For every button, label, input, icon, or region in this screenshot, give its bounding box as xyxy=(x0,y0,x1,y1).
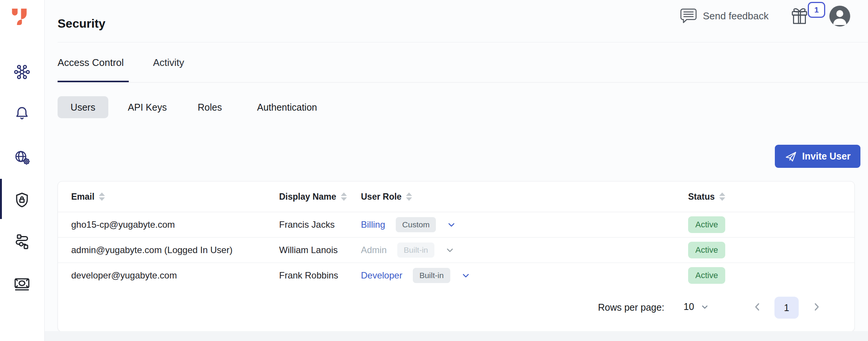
flow-icon xyxy=(13,233,31,251)
cell-display-name: Frank Robbins xyxy=(279,263,338,288)
cell-display-name: William Lanois xyxy=(279,237,338,263)
status-badge: Active xyxy=(688,216,725,233)
sidebar-item-security[interactable] xyxy=(12,190,31,209)
feedback-bubble-icon xyxy=(680,8,697,23)
gift-button[interactable] xyxy=(791,7,808,25)
globe-gear-icon xyxy=(13,148,31,166)
role-link[interactable]: Billing xyxy=(361,219,385,230)
role-type-badge: Built-in xyxy=(397,242,434,258)
users-table-card: Email Display Name User Role Status gho1… xyxy=(58,181,855,332)
cell-status: Active xyxy=(688,263,725,288)
network-icon xyxy=(13,63,31,81)
page-background-strip xyxy=(45,331,868,341)
status-badge: Active xyxy=(688,267,725,284)
sort-icon[interactable] xyxy=(406,192,412,201)
cell-user-role: Billing Custom xyxy=(361,212,456,237)
sort-icon[interactable] xyxy=(99,192,105,201)
invite-user-label: Invite User xyxy=(802,151,851,162)
chevron-down-icon xyxy=(700,302,709,311)
subtab-api-keys[interactable]: API Keys xyxy=(128,96,167,118)
chevron-down-icon[interactable] xyxy=(446,220,456,230)
chevron-down-icon[interactable] xyxy=(445,245,455,255)
sidebar-item-clusters[interactable] xyxy=(12,63,31,81)
column-header-display-name[interactable]: Display Name xyxy=(279,181,347,212)
chevron-left-icon xyxy=(752,301,763,313)
chevron-down-icon[interactable] xyxy=(461,271,471,280)
app-window: Security Send feedback 1 xyxy=(0,0,868,341)
sort-icon[interactable] xyxy=(719,192,725,201)
sidebar-item-usage[interactable] xyxy=(12,274,31,293)
cell-email: developer@yugabyte.com xyxy=(71,263,177,288)
money-icon xyxy=(13,275,31,293)
pagination: Rows per page: 10 1 xyxy=(58,290,854,332)
cell-status: Active xyxy=(688,237,725,263)
gift-icon xyxy=(791,7,808,25)
cell-email: admin@yugabyte.com (Logged In User) xyxy=(71,237,233,263)
rows-per-page-label: Rows per page: xyxy=(598,302,664,313)
current-page-button[interactable]: 1 xyxy=(774,297,799,319)
tab-access-control[interactable]: Access Control xyxy=(58,57,124,69)
invite-user-button[interactable]: Invite User xyxy=(775,145,860,168)
column-label: Status xyxy=(688,192,715,202)
subtab-roles[interactable]: Roles xyxy=(197,96,223,118)
gift-count: 1 xyxy=(814,5,819,14)
sidebar xyxy=(0,0,45,341)
status-badge: Active xyxy=(688,242,725,258)
role-type-badge: Custom xyxy=(396,217,436,232)
subtab-authentication[interactable]: Authentication xyxy=(253,96,321,118)
column-header-email[interactable]: Email xyxy=(71,181,105,212)
yugabyte-logo-icon[interactable] xyxy=(11,6,28,25)
sort-icon[interactable] xyxy=(341,192,347,201)
person-icon xyxy=(829,6,850,27)
subtab-users[interactable]: Users xyxy=(58,96,108,118)
cell-status: Active xyxy=(688,212,725,237)
cell-display-name: Francis Jacks xyxy=(279,212,335,237)
column-header-status[interactable]: Status xyxy=(688,181,725,212)
rows-per-page-select[interactable]: 10 xyxy=(684,301,709,312)
table-row: gho15-cp@yugabyte.com Francis Jacks Bill… xyxy=(58,212,854,238)
send-feedback-button[interactable]: Send feedback xyxy=(680,8,768,23)
shield-lock-icon xyxy=(13,191,31,209)
sidebar-item-alerts[interactable] xyxy=(12,103,31,122)
paper-plane-icon xyxy=(785,150,797,163)
column-header-user-role[interactable]: User Role xyxy=(361,181,412,212)
chevron-right-icon xyxy=(811,301,822,313)
role-type-badge: Built-in xyxy=(413,268,450,283)
table-row: admin@yugabyte.com (Logged In User) Will… xyxy=(58,237,854,263)
page-title: Security xyxy=(58,17,105,31)
column-label: Email xyxy=(71,192,94,202)
cell-user-role: Developer Built-in xyxy=(361,263,471,288)
previous-page-button[interactable] xyxy=(752,301,763,314)
tabs-divider xyxy=(58,82,868,83)
gift-count-badge: 1 xyxy=(808,2,825,18)
cell-email: gho15-cp@yugabyte.com xyxy=(71,212,175,237)
header-divider xyxy=(58,42,868,42)
sidebar-item-network[interactable] xyxy=(12,148,31,167)
bell-icon xyxy=(13,104,31,122)
user-avatar[interactable] xyxy=(829,6,850,27)
column-label: Display Name xyxy=(279,192,336,202)
table-header-row: Email Display Name User Role Status xyxy=(58,181,854,212)
role-link[interactable]: Developer xyxy=(361,270,402,281)
sidebar-active-indicator xyxy=(0,179,2,219)
table-row: developer@yugabyte.com Frank Robbins Dev… xyxy=(58,263,854,288)
next-page-button[interactable] xyxy=(811,301,822,314)
tab-activity[interactable]: Activity xyxy=(153,57,184,69)
column-label: User Role xyxy=(361,192,401,202)
cell-user-role: Admin Built-in xyxy=(361,237,455,263)
sidebar-item-integrations[interactable] xyxy=(12,232,31,251)
rows-per-page-value: 10 xyxy=(684,301,694,312)
role-link: Admin xyxy=(361,245,387,255)
send-feedback-label: Send feedback xyxy=(703,10,768,22)
